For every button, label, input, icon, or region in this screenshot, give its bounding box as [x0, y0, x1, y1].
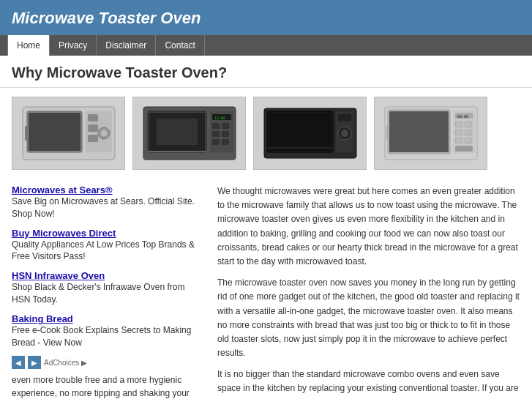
microwave-image-1: [12, 97, 125, 170]
ad-title[interactable]: Baking Bread: [12, 313, 206, 324]
nav-item-contact[interactable]: Contact: [156, 35, 204, 56]
left-col-bottom-text: even more trouble free and a more hygien…: [12, 373, 206, 399]
svg-rect-9: [25, 126, 27, 141]
svg-rect-43: [465, 138, 472, 143]
svg-rect-5: [88, 124, 98, 132]
svg-rect-19: [212, 131, 220, 137]
site-title: Microwave Toaster Oven: [12, 9, 520, 28]
site-header: Microwave Toaster Oven: [0, 0, 532, 35]
svg-rect-41: [465, 130, 472, 135]
svg-rect-38: [455, 122, 462, 127]
left-column: Microwaves at Sears®Save Big on Microwav…: [12, 184, 206, 399]
ad-controls: ◀ ▶ AdChoices ▶: [12, 356, 206, 369]
svg-rect-34: [389, 111, 449, 152]
svg-rect-20: [222, 131, 229, 137]
right-paragraphs: We thought microwaves were great but her…: [217, 184, 520, 399]
svg-rect-42: [455, 138, 462, 143]
svg-rect-26: [269, 113, 331, 151]
svg-text:00:00: 00:00: [457, 114, 468, 119]
ad-block: HSN Infrawave OvenShop Black & Decker's …: [12, 270, 206, 306]
svg-rect-17: [212, 123, 220, 129]
content-area: Microwaves at Sears®Save Big on Microwav…: [0, 179, 532, 399]
nav-item-privacy[interactable]: Privacy: [50, 35, 97, 56]
ads-container: Microwaves at Sears®Save Big on Microwav…: [12, 184, 206, 348]
svg-rect-13: [157, 119, 198, 145]
nav-item-home[interactable]: Home: [7, 35, 50, 56]
svg-rect-28: [338, 114, 351, 122]
ad-choices-label: AdChoices ▶: [44, 359, 87, 367]
svg-rect-44: [455, 146, 473, 152]
right-paragraph: The microwave toaster oven now saves you…: [217, 276, 520, 360]
svg-text:12:00: 12:00: [214, 116, 225, 120]
ad-desc: Save Big on Microwaves at Sears. Officia…: [12, 195, 206, 220]
svg-rect-18: [222, 123, 229, 129]
svg-rect-22: [222, 139, 229, 145]
svg-rect-4: [88, 114, 98, 122]
svg-rect-23: [148, 151, 206, 152]
svg-rect-2: [29, 113, 80, 151]
svg-rect-45: [386, 126, 388, 139]
nav-item-disclaimer[interactable]: Disclaimer: [97, 35, 156, 56]
ad-play-button[interactable]: ▶: [28, 356, 41, 369]
microwave-image-3: [253, 97, 367, 170]
images-row: 12:00 00:00: [0, 88, 532, 179]
right-column: We thought microwaves were great but her…: [217, 184, 520, 399]
ad-title[interactable]: HSN Infrawave Oven: [12, 270, 206, 281]
ad-title[interactable]: Microwaves at Sears®: [12, 184, 206, 195]
ad-block: Buy Microwaves DirectQuality Appliances …: [12, 228, 206, 264]
svg-rect-40: [455, 130, 462, 135]
svg-point-8: [101, 130, 107, 136]
page-title: Why Microwave Toaster Oven?: [12, 64, 520, 81]
svg-rect-39: [465, 122, 472, 127]
page-title-area: Why Microwave Toaster Oven?: [0, 56, 532, 88]
ad-block: Microwaves at Sears®Save Big on Microwav…: [12, 184, 206, 220]
microwave-image-4: 00:00: [374, 97, 487, 170]
right-paragraph: We thought microwaves were great but her…: [217, 184, 520, 269]
ad-prev-button[interactable]: ◀: [12, 356, 25, 369]
svg-rect-6: [88, 135, 98, 142]
svg-rect-21: [212, 139, 220, 145]
microwave-image-2: 12:00: [132, 97, 246, 170]
svg-point-30: [341, 130, 348, 137]
ad-desc: Free e-Cook Book Explains Secrets to Mak…: [12, 324, 206, 349]
ad-desc: Quality Appliances At Low Prices Top Bra…: [12, 239, 206, 264]
ad-block: Baking BreadFree e-Cook Book Explains Se…: [12, 313, 206, 349]
ad-title[interactable]: Buy Microwaves Direct: [12, 228, 206, 239]
ad-desc: Shop Black & Decker's Infrawave Oven fro…: [12, 281, 206, 306]
main-nav: HomePrivacyDisclaimerContact: [0, 35, 532, 56]
right-paragraph: It is no bigger than the standard microw…: [217, 368, 520, 399]
